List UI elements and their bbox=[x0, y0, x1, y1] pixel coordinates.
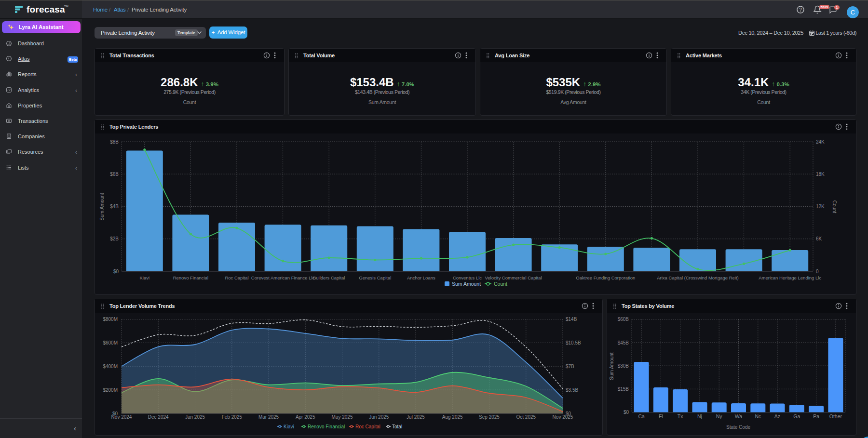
svg-text:Nc: Nc bbox=[755, 413, 761, 419]
svg-text:Feb 2025: Feb 2025 bbox=[222, 414, 243, 420]
svg-text:Az: Az bbox=[774, 413, 780, 419]
svg-text:Jan 2025: Jan 2025 bbox=[185, 414, 205, 420]
svg-text:Oaktree Funding Corporation: Oaktree Funding Corporation bbox=[576, 275, 635, 280]
svg-text:$15B: $15B bbox=[618, 386, 629, 392]
svg-text:?: ? bbox=[799, 7, 802, 13]
svg-text:Pa: Pa bbox=[813, 413, 819, 419]
svg-text:Apr 2025: Apr 2025 bbox=[296, 414, 315, 420]
svg-text:Kiavi: Kiavi bbox=[284, 424, 294, 429]
svg-text:Count: Count bbox=[494, 281, 507, 287]
svg-text:forecasa: forecasa bbox=[27, 4, 65, 14]
svg-text:$7B: $7B bbox=[566, 364, 574, 369]
svg-text:Nov 2024: Nov 2024 bbox=[111, 414, 132, 420]
svg-text:0: 0 bbox=[816, 269, 819, 274]
svg-text:Arixa Capital (Crosswind Mortg: Arixa Capital (Crosswind Mortgage Reit) bbox=[657, 275, 738, 280]
svg-text:State Code: State Code bbox=[726, 425, 750, 430]
svg-text:Ga: Ga bbox=[793, 413, 800, 419]
svg-text:$45B: $45B bbox=[618, 340, 629, 345]
svg-text:$0: $0 bbox=[624, 410, 629, 415]
svg-text:Ca: Ca bbox=[638, 413, 645, 419]
svg-text:Roc Capital: Roc Capital bbox=[225, 275, 248, 280]
svg-text:Roc Capital: Roc Capital bbox=[355, 424, 380, 429]
svg-text:Jul 2025: Jul 2025 bbox=[407, 414, 425, 420]
svg-text:Jun 2025: Jun 2025 bbox=[369, 414, 389, 420]
svg-text:$3.5B: $3.5B bbox=[566, 387, 578, 393]
svg-text:Total: Total bbox=[392, 424, 402, 429]
svg-text:Aug 2025: Aug 2025 bbox=[442, 414, 463, 420]
svg-text:Velocity Commercial Capital: Velocity Commercial Capital bbox=[485, 275, 542, 280]
svg-text:Kiavi: Kiavi bbox=[140, 275, 150, 280]
svg-text:Ny: Ny bbox=[716, 413, 723, 419]
svg-text:Genesis Capital: Genesis Capital bbox=[359, 275, 391, 280]
svg-text:Sum Amount: Sum Amount bbox=[452, 281, 481, 287]
svg-text:$400M: $400M bbox=[103, 364, 118, 369]
svg-text:18K: 18K bbox=[816, 172, 825, 177]
svg-text:Other: Other bbox=[829, 413, 842, 419]
svg-text:$2B: $2B bbox=[110, 236, 119, 241]
svg-text:Dec 2024: Dec 2024 bbox=[148, 414, 169, 420]
svg-text:Wa: Wa bbox=[735, 413, 743, 419]
svg-text:Fl: Fl bbox=[659, 413, 663, 419]
svg-text:$4B: $4B bbox=[110, 204, 119, 209]
svg-text:$0: $0 bbox=[113, 269, 119, 274]
svg-text:Renovo Financial: Renovo Financial bbox=[308, 424, 345, 429]
svg-text:$10.5B: $10.5B bbox=[566, 340, 581, 345]
svg-text:$30B: $30B bbox=[618, 363, 629, 369]
svg-text:Sum Amount: Sum Amount bbox=[99, 193, 105, 220]
svg-text:12K: 12K bbox=[816, 204, 825, 209]
svg-text:Oct 2025: Oct 2025 bbox=[516, 414, 536, 420]
svg-text:Nov 2025: Nov 2025 bbox=[553, 414, 573, 420]
svg-text:Renovo Financial: Renovo Financial bbox=[173, 275, 208, 280]
svg-text:May 2025: May 2025 bbox=[332, 414, 353, 420]
svg-text:Conventus Llc: Conventus Llc bbox=[453, 275, 482, 280]
svg-text:Mar 2025: Mar 2025 bbox=[258, 414, 279, 420]
svg-text:Builders Capital: Builders Capital bbox=[313, 275, 345, 280]
svg-text:Corevest American Finance Llc: Corevest American Finance Llc bbox=[251, 275, 315, 280]
svg-text:$600M: $600M bbox=[103, 340, 118, 345]
svg-text:Sep 2025: Sep 2025 bbox=[479, 414, 500, 420]
svg-text:$8B: $8B bbox=[110, 139, 119, 145]
svg-text:TM: TM bbox=[64, 5, 68, 8]
svg-text:6K: 6K bbox=[816, 236, 822, 241]
svg-text:$800M: $800M bbox=[103, 317, 118, 322]
svg-text:Count: Count bbox=[832, 200, 837, 213]
svg-text:Nj: Nj bbox=[697, 413, 702, 419]
svg-text:American Heritage Lending Llc: American Heritage Lending Llc bbox=[759, 275, 821, 280]
svg-text:$14B: $14B bbox=[566, 317, 577, 322]
svg-text:24K: 24K bbox=[816, 139, 825, 145]
svg-text:$6B: $6B bbox=[110, 172, 119, 177]
svg-text:Sum Amount: Sum Amount bbox=[609, 352, 614, 380]
svg-text:$200M: $200M bbox=[103, 387, 118, 393]
svg-text:Anchor Loans: Anchor Loans bbox=[407, 275, 435, 280]
svg-text:Tx: Tx bbox=[678, 413, 683, 419]
svg-text:$60B: $60B bbox=[618, 317, 629, 322]
